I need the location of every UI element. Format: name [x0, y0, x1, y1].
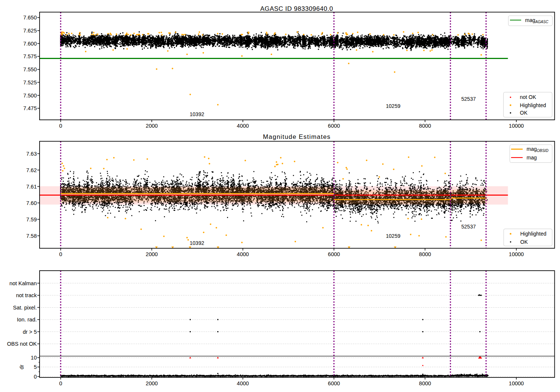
svg-text:Highlighted: Highlighted — [520, 231, 547, 237]
svg-text:0: 0 — [59, 123, 62, 129]
svg-text:not OK: not OK — [520, 94, 536, 100]
svg-text:not track: not track — [16, 292, 37, 298]
svg-text:6000: 6000 — [328, 380, 340, 386]
svg-text:7.625: 7.625 — [23, 28, 37, 34]
svg-text:0: 0 — [59, 251, 62, 257]
svg-text:Magnitude Estimates: Magnitude Estimates — [263, 133, 331, 140]
svg-text:OK: OK — [520, 110, 528, 116]
svg-text:mag: mag — [527, 155, 537, 161]
svg-text:10: 10 — [31, 355, 37, 361]
svg-text:dr > 5: dr > 5 — [23, 329, 37, 335]
svg-text:AGASC ID 983309640.0: AGASC ID 983309640.0 — [260, 5, 333, 12]
svg-text:52537: 52537 — [461, 96, 476, 102]
svg-text:7.650: 7.650 — [23, 15, 37, 21]
svg-text:10000: 10000 — [509, 380, 524, 386]
svg-text:52537: 52537 — [461, 224, 476, 230]
svg-text:7.525: 7.525 — [23, 80, 37, 85]
svg-text:5: 5 — [34, 364, 37, 370]
svg-text:8000: 8000 — [419, 380, 431, 386]
svg-text:10392: 10392 — [190, 111, 204, 117]
svg-text:6000: 6000 — [328, 251, 340, 257]
svg-text:dr: dr — [19, 364, 25, 369]
svg-text:4000: 4000 — [237, 380, 249, 386]
svg-text:OBS not OK: OBS not OK — [7, 341, 37, 347]
svg-text:7.61: 7.61 — [26, 184, 37, 190]
svg-text:2000: 2000 — [146, 380, 158, 386]
svg-text:Ion. rad.: Ion. rad. — [17, 317, 37, 323]
svg-text:Highlighted: Highlighted — [520, 102, 546, 108]
svg-text:6000: 6000 — [328, 123, 340, 129]
svg-text:0: 0 — [34, 374, 37, 380]
svg-text:7.475: 7.475 — [23, 105, 37, 111]
svg-text:7.550: 7.550 — [23, 66, 37, 72]
svg-text:10000: 10000 — [509, 251, 524, 257]
svg-text:7.500: 7.500 — [23, 93, 37, 99]
svg-text:10259: 10259 — [386, 103, 401, 109]
svg-text:7.59: 7.59 — [26, 217, 37, 223]
svg-text:10000: 10000 — [509, 123, 524, 129]
svg-text:7.63: 7.63 — [26, 151, 37, 157]
svg-text:10392: 10392 — [190, 240, 204, 246]
svg-text:8000: 8000 — [419, 251, 431, 257]
svg-text:4000: 4000 — [237, 123, 249, 129]
svg-text:7.58: 7.58 — [26, 233, 37, 239]
svg-text:2000: 2000 — [146, 251, 158, 257]
svg-text:7.60: 7.60 — [26, 200, 37, 206]
svg-text:not Kalman: not Kalman — [9, 280, 37, 286]
svg-text:OK: OK — [520, 239, 528, 245]
svg-text:7.600: 7.600 — [23, 41, 37, 47]
svg-text:8000: 8000 — [419, 123, 431, 129]
svg-text:7.575: 7.575 — [23, 53, 37, 59]
svg-text:4000: 4000 — [237, 251, 249, 257]
svg-text:7.62: 7.62 — [26, 167, 37, 173]
svg-text:2000: 2000 — [146, 123, 158, 129]
svg-text:Sat. pixel.: Sat. pixel. — [13, 305, 37, 311]
svg-text:10259: 10259 — [386, 233, 401, 239]
svg-text:0: 0 — [59, 380, 62, 386]
